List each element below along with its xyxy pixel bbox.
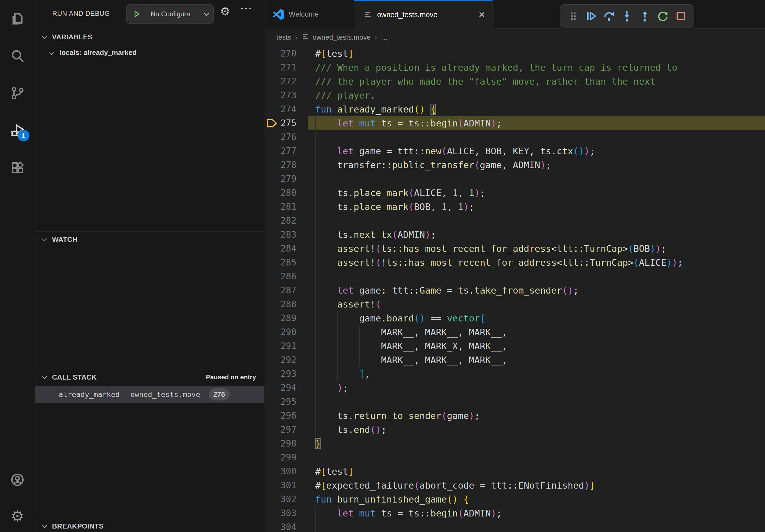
line-number[interactable]: 280 <box>264 186 297 200</box>
toolbar-gripper[interactable] <box>564 6 582 26</box>
files-icon[interactable] <box>0 4 35 33</box>
line-number[interactable]: 304 <box>264 520 297 532</box>
continue-icon[interactable] <box>582 6 600 26</box>
tab-owned-tests-move[interactable]: owned_tests.move ✕ <box>354 0 493 29</box>
code-line[interactable]: 282 <box>264 214 765 228</box>
account-icon[interactable] <box>0 465 35 494</box>
step-over-icon[interactable] <box>600 6 618 26</box>
code-line[interactable]: 278 transfer::public_transfer(game, ADMI… <box>264 158 765 172</box>
code-line[interactable]: 303 let mut ts = ts::begin(ADMIN); <box>264 506 765 520</box>
code-line[interactable]: 300#[test] <box>264 464 765 478</box>
code-line[interactable]: 279 <box>264 172 765 186</box>
extensions-icon[interactable] <box>0 153 35 183</box>
line-number[interactable]: 292 <box>264 353 297 367</box>
code-line[interactable]: 285 assert!(!ts::has_most_recent_for_add… <box>264 256 765 269</box>
code-line[interactable]: 296 ts.return_to_sender(game); <box>264 409 765 423</box>
step-out-icon[interactable] <box>636 6 654 26</box>
line-number[interactable]: 300 <box>264 464 297 478</box>
line-number[interactable]: 288 <box>264 297 297 311</box>
code-line[interactable]: 281 ts.place_mark(BOB, 1, 1); <box>264 200 765 214</box>
search-icon[interactable] <box>0 41 35 71</box>
code-line[interactable]: 291 MARK__, MARK_X, MARK__, <box>264 339 765 353</box>
code-line[interactable]: 289 game.board() == vector[ <box>264 311 765 325</box>
watch-section-header[interactable]: WATCH <box>35 232 264 246</box>
line-number[interactable]: 287 <box>264 283 297 297</box>
line-number[interactable]: 284 <box>264 242 297 256</box>
line-number[interactable]: 270 <box>264 47 297 61</box>
variables-section-header[interactable]: VARIABLES <box>35 30 264 44</box>
run-debug-icon[interactable]: 1 <box>0 116 35 145</box>
code-line[interactable]: 286 <box>264 269 765 283</box>
line-number[interactable]: 295 <box>264 395 297 409</box>
line-number[interactable]: 303 <box>264 506 297 520</box>
variables-scope-row[interactable]: locals: already_marked <box>35 45 264 60</box>
code-line[interactable]: 271/// When a position is already marked… <box>264 61 765 75</box>
line-number[interactable]: 273 <box>264 89 297 102</box>
line-number[interactable]: 281 <box>264 200 297 214</box>
code-line[interactable]: 270#[test] <box>264 47 765 61</box>
line-number[interactable]: 298 <box>264 437 297 450</box>
breakpoints-section-header[interactable]: BREAKPOINTS <box>35 519 264 532</box>
code-line[interactable]: 283 ts.next_tx(ADMIN); <box>264 228 765 242</box>
line-number[interactable]: 291 <box>264 339 297 353</box>
line-number[interactable]: 272 <box>264 75 297 89</box>
call-stack-frame-row[interactable]: already_marked owned_tests.move 275 <box>35 386 264 403</box>
line-number[interactable]: 290 <box>264 325 297 339</box>
settings-gear-icon[interactable]: ⚙ <box>0 501 35 531</box>
code-line[interactable]: 287 let game: ttt::Game = ts.take_from_s… <box>264 283 765 297</box>
breadcrumb-tests[interactable]: tests <box>276 33 291 42</box>
code-line[interactable]: 290 MARK__, MARK__, MARK__, <box>264 325 765 339</box>
code-line[interactable]: 284 assert!(ts::has_most_recent_for_addr… <box>264 242 765 256</box>
start-play-icon[interactable] <box>127 5 147 23</box>
line-number[interactable]: 271 <box>264 61 297 75</box>
call-stack-section-header[interactable]: CALL STACK Paused on entry <box>35 370 264 384</box>
code-editor[interactable]: 270#[test]271/// When a position is alre… <box>264 47 765 532</box>
source-control-icon[interactable] <box>0 78 35 108</box>
line-number[interactable]: 278 <box>264 158 297 172</box>
line-number[interactable]: 274 <box>264 102 297 116</box>
line-number[interactable]: 285 <box>264 256 297 269</box>
line-number[interactable]: 296 <box>264 409 297 423</box>
line-number[interactable]: 293 <box>264 367 297 381</box>
line-number[interactable]: 301 <box>264 478 297 492</box>
breadcrumb-symbol[interactable]: … <box>381 33 388 42</box>
line-number[interactable]: 289 <box>264 311 297 325</box>
line-number[interactable]: 297 <box>264 423 297 437</box>
code-line[interactable]: 302fun burn_unfinished_game() { <box>264 492 765 506</box>
restart-icon[interactable] <box>654 6 672 26</box>
line-number[interactable]: 299 <box>264 450 297 464</box>
gear-icon[interactable]: ⚙ <box>220 5 230 18</box>
code-line[interactable]: 298} <box>264 437 765 450</box>
code-line[interactable]: 288 assert!( <box>264 297 765 311</box>
line-number[interactable]: 283 <box>264 228 297 242</box>
stop-icon[interactable] <box>672 6 690 26</box>
code-line[interactable]: 292 MARK__, MARK__, MARK__, <box>264 353 765 367</box>
line-number[interactable]: 302 <box>264 492 297 506</box>
debug-config-dropdown[interactable]: No Configura <box>126 4 214 24</box>
code-line[interactable]: 294 ); <box>264 381 765 395</box>
code-line[interactable]: 276 <box>264 130 765 144</box>
code-line[interactable]: 295 <box>264 395 765 409</box>
line-number[interactable]: 276 <box>264 130 297 144</box>
close-icon[interactable]: ✕ <box>478 10 485 20</box>
tab-welcome[interactable]: Welcome <box>264 0 354 29</box>
code-line[interactable]: 293 ], <box>264 367 765 381</box>
code-line[interactable]: 280 ts.place_mark(ALICE, 1, 1); <box>264 186 765 200</box>
code-line[interactable]: 275 let mut ts = ts::begin(ADMIN); <box>264 116 765 130</box>
line-number[interactable]: 294 <box>264 381 297 395</box>
code-line[interactable]: 304 <box>264 520 765 532</box>
code-line[interactable]: 273/// player. <box>264 89 765 102</box>
code-line[interactable]: 274fun already_marked() { <box>264 102 765 116</box>
step-into-icon[interactable] <box>618 6 636 26</box>
line-number[interactable]: 286 <box>264 269 297 283</box>
ellipsis-icon[interactable]: ··· <box>241 3 253 15</box>
breadcrumb-file[interactable]: owned_tests.move <box>313 33 371 42</box>
code-line[interactable]: 297 ts.end(); <box>264 423 765 437</box>
code-line[interactable]: 277 let game = ttt::new(ALICE, BOB, KEY,… <box>264 144 765 158</box>
code-line[interactable]: 272/// the player who made the "false" m… <box>264 75 765 89</box>
code-line[interactable]: 299 <box>264 450 765 464</box>
line-number[interactable]: 279 <box>264 172 297 186</box>
code-line[interactable]: 301#[expected_failure(abort_code = ttt::… <box>264 478 765 492</box>
line-number[interactable]: 277 <box>264 144 297 158</box>
line-number[interactable]: 282 <box>264 214 297 228</box>
